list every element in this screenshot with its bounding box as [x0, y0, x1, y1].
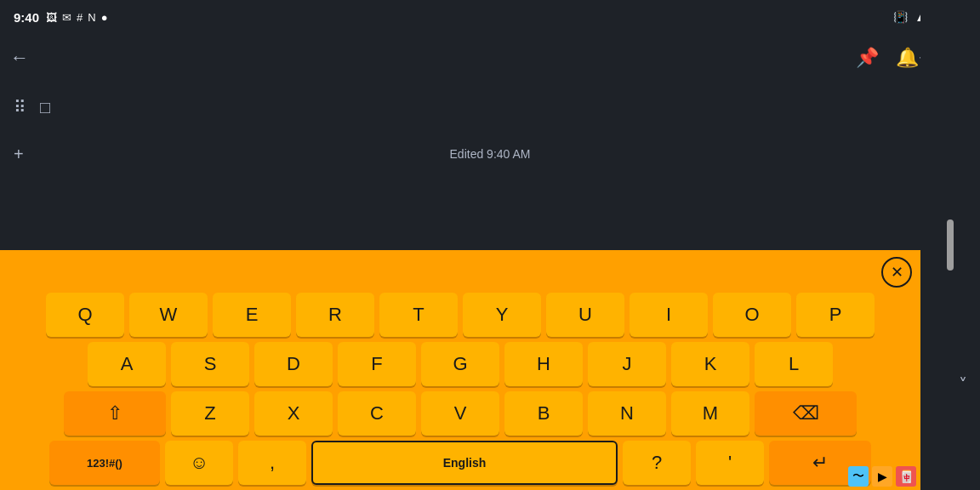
- chevron-down-button[interactable]: ˅: [959, 374, 967, 395]
- key-row-4: 123!#() ☺ , English ? ' ↵: [5, 441, 915, 485]
- edit-row: + Edited 9:40 AM ⋮: [0, 133, 980, 175]
- main-toolbar: ← 📌 🔔+ 📥: [0, 34, 980, 82]
- add-button[interactable]: +: [14, 145, 24, 164]
- app-icon-1: 〜: [848, 466, 869, 487]
- key-emoji[interactable]: ☺: [165, 441, 233, 485]
- key-o[interactable]: O: [713, 293, 791, 337]
- bottom-app-icons: 〜 ▶ 🀄: [848, 466, 916, 487]
- status-bar: 9:40 🖼 ✉ # N ● 📳 ▲ ▲ 🔋: [0, 0, 980, 34]
- photo-icon: 🖼: [46, 11, 57, 24]
- key-space[interactable]: English: [311, 441, 618, 485]
- key-x[interactable]: X: [254, 391, 333, 436]
- app-icon-3: 🀄: [896, 466, 916, 487]
- key-g[interactable]: G: [421, 342, 499, 386]
- key-n[interactable]: N: [588, 391, 666, 436]
- key-m[interactable]: M: [671, 391, 749, 436]
- key-e[interactable]: E: [213, 293, 291, 337]
- key-u[interactable]: U: [546, 293, 624, 337]
- key-k[interactable]: K: [671, 342, 749, 386]
- key-p[interactable]: P: [796, 293, 875, 337]
- toolbar-left: ←: [10, 47, 29, 69]
- key-row-2: A S D F G H J K L: [5, 342, 915, 386]
- key-h[interactable]: H: [504, 342, 583, 386]
- close-circle-icon: ✕: [891, 263, 903, 282]
- key-b[interactable]: B: [504, 391, 583, 436]
- key-v[interactable]: V: [421, 391, 499, 436]
- key-row-3: ⇧ Z X C V B N M ⌫: [5, 391, 915, 436]
- scrollbar-thumb: [947, 219, 954, 271]
- key-a[interactable]: A: [88, 342, 166, 386]
- key-y[interactable]: Y: [463, 293, 541, 337]
- news-icon: N: [88, 11, 95, 24]
- key-i[interactable]: I: [630, 293, 708, 337]
- key-question[interactable]: ?: [623, 441, 691, 485]
- vibrate-icon: 📳: [893, 10, 908, 24]
- square-icon[interactable]: □: [40, 98, 50, 117]
- keyboard-rows: Q W E R T Y U I O P A S D F G H J K L ⇧ …: [5, 293, 915, 485]
- keyboard-close-button[interactable]: ✕: [881, 257, 912, 288]
- key-comma[interactable]: ,: [238, 441, 306, 485]
- status-left: 9:40 🖼 ✉ # N ●: [14, 10, 108, 25]
- key-apostrophe[interactable]: ': [696, 441, 764, 485]
- slack-icon: #: [77, 11, 83, 24]
- key-t[interactable]: T: [379, 293, 458, 337]
- status-icons: 🖼 ✉ # N ●: [46, 11, 107, 24]
- key-f[interactable]: F: [338, 342, 416, 386]
- grid-dots-icon[interactable]: ⠿: [14, 97, 26, 117]
- key-row-1: Q W E R T Y U I O P: [5, 293, 915, 337]
- key-d[interactable]: D: [254, 342, 333, 386]
- key-s[interactable]: S: [171, 342, 249, 386]
- key-numbers[interactable]: 123!#(): [49, 441, 160, 485]
- key-l[interactable]: L: [755, 342, 833, 386]
- content-area: ⠿ □ ⠿ ✕: [0, 82, 980, 133]
- key-w[interactable]: W: [129, 293, 208, 337]
- scrollbar[interactable]: [920, 0, 980, 490]
- edited-text: Edited 9:40 AM: [450, 147, 531, 161]
- dot-icon: ●: [101, 11, 108, 24]
- key-j[interactable]: J: [588, 342, 666, 386]
- status-time: 9:40: [14, 10, 39, 25]
- back-button[interactable]: ←: [10, 47, 29, 69]
- keyboard-top-row: ✕: [5, 257, 915, 288]
- keyboard-area: ✕ Q W E R T Y U I O P A S D F G H J K L: [0, 250, 920, 490]
- key-r[interactable]: R: [296, 293, 374, 337]
- key-delete[interactable]: ⌫: [755, 391, 857, 436]
- key-z[interactable]: Z: [171, 391, 249, 436]
- key-q[interactable]: Q: [46, 293, 124, 337]
- key-shift[interactable]: ⇧: [64, 391, 166, 436]
- pin-button[interactable]: 📌: [856, 47, 879, 69]
- content-left: ⠿ □: [14, 97, 50, 117]
- app-icon-2: ▶: [872, 466, 892, 487]
- key-c[interactable]: C: [338, 391, 416, 436]
- gmail-icon: ✉: [62, 11, 71, 24]
